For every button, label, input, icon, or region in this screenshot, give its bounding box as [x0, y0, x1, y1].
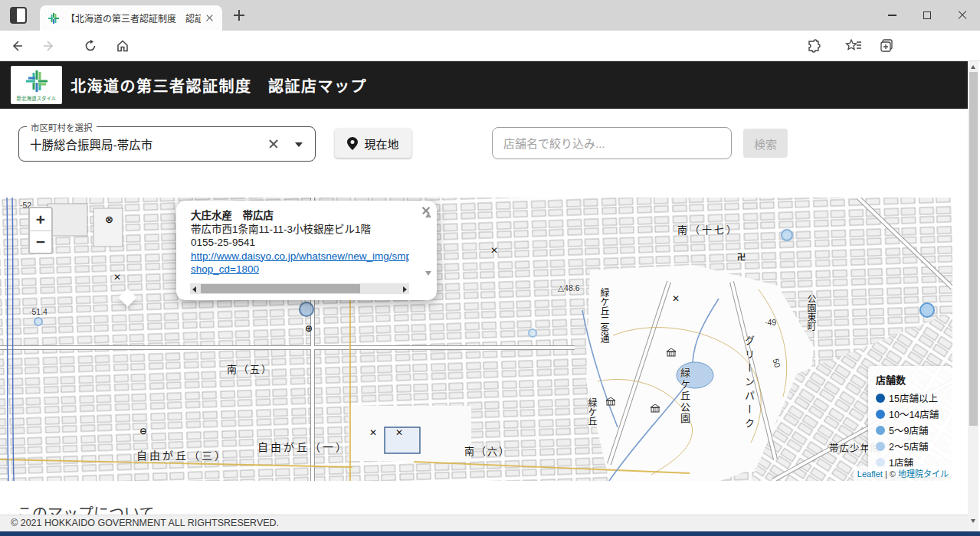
zoom-in-button[interactable]: + [30, 208, 51, 230]
forward-icon [40, 37, 58, 55]
popup-scroll-left-icon[interactable] [192, 286, 196, 293]
legend-item-label: 2〜5店舗 [889, 439, 928, 453]
legend-item: 2〜5店舗 [876, 438, 945, 454]
popup-horizontal-scrollbar[interactable] [190, 283, 409, 294]
shop-name: 大庄水産 帯広店 [191, 209, 409, 223]
maximize-icon[interactable] [910, 0, 945, 31]
elevation-label: ·49 [765, 318, 776, 327]
attribution-separator: | © [883, 469, 898, 479]
new-tab-icon[interactable] [232, 8, 246, 22]
shop-map[interactable]: 南（五）南（六）南（十七）自由が丘（三）自由が丘（一）帯広少年院公園東町グリーン… [0, 198, 952, 481]
page-footer: © 2021 HOKKAIDO GOVERNMENT ALL RIGHTSRES… [0, 515, 968, 531]
municipality-select-label: 市区町村を選択 [27, 121, 97, 133]
copyright-text: © 2021 HOKKAIDO GOVERNMENT ALL RIGHTSRES… [11, 515, 968, 531]
municipality-select[interactable]: 市区町村を選択 十勝総合振興局-帯広市 [18, 126, 316, 162]
minimize-icon[interactable] [874, 0, 910, 31]
navigation-bar: https://www5.newhokkaido-style.info/thir… [0, 31, 980, 61]
scrollbar-thumb[interactable] [969, 72, 978, 426]
map-symbol: ✕ [672, 293, 680, 304]
browser-window: 【北海道の第三者認証制度 認証 https://www5.newhokkaido… [0, 0, 980, 536]
gsi-tiles-link[interactable]: 地理院タイル [898, 469, 949, 479]
clear-selection-icon[interactable] [267, 138, 280, 150]
current-location-label: 現在地 [364, 136, 398, 152]
window-bottom-edge [0, 531, 980, 536]
legend-color-dot [876, 426, 885, 435]
leaflet-link[interactable]: Leaflet [857, 469, 883, 479]
map-attribution: Leaflet | © 地理院タイル [854, 466, 952, 481]
legend-item-label: 10〜14店舗 [889, 407, 939, 421]
map-label: 南（六） [464, 443, 510, 458]
title-bar: 【北海道の第三者認証制度 認証 [0, 0, 980, 31]
search-button[interactable]: 検索 [743, 129, 788, 158]
refresh-icon[interactable] [81, 37, 100, 55]
map-label: 公園東町 [805, 294, 818, 331]
elevation-label: 50 [772, 358, 783, 368]
shop-name-filter-input[interactable] [492, 127, 732, 159]
search-button-label: 検索 [754, 136, 777, 152]
map-symbol: 卍 [737, 250, 746, 263]
shop-address: 帯広市西1条南11-11-3小枝銀座ビル1階 [191, 223, 409, 237]
page-scrollbar[interactable] [968, 61, 978, 531]
logo-pinwheel-icon [25, 69, 49, 93]
popup-scroll-down-icon[interactable] [425, 271, 431, 276]
map-symbol: ⊗ [105, 214, 113, 225]
favicon [48, 12, 60, 25]
collections-icon[interactable] [878, 37, 896, 55]
chevron-down-icon[interactable] [295, 142, 303, 147]
map-label: 緑ケ丘公園 [677, 368, 692, 425]
shop-link-line1[interactable]: http://www.daisyo.co.jp/whatsnew/new_img… [191, 250, 409, 262]
popup-scroll-up-icon[interactable] [425, 213, 431, 217]
municipality-select-value: 十勝総合振興局-帯広市 [30, 136, 152, 152]
legend-color-dot [876, 458, 885, 467]
scrollbar-up-icon[interactable] [971, 65, 975, 69]
back-icon[interactable] [8, 37, 26, 55]
map-label: 緑ケ丘 [585, 398, 598, 426]
map-legend-items: 15店舗以上10〜14店舗5〜9店舗2〜5店舗1店舗 [876, 390, 945, 470]
popup-scroll-right-icon[interactable] [403, 286, 407, 293]
map-symbol: ✕ [395, 427, 403, 438]
legend-item-label: 5〜9店舗 [889, 423, 928, 437]
tab-title: 【北海道の第三者認証制度 認証 [66, 11, 201, 25]
legend-item: 5〜9店舗 [876, 422, 945, 438]
map-label: 自由が丘（一） [257, 439, 349, 454]
tab-close-icon[interactable] [204, 12, 216, 25]
map-label: 緑ケ丘二条通 [598, 288, 611, 343]
map-label: 自由が丘（三） [136, 447, 228, 462]
map-symbol: ⊕ [305, 323, 313, 334]
extensions-puzzle-icon[interactable] [805, 37, 823, 55]
map-label: 南（十七） [677, 222, 739, 237]
legend-color-dot [876, 442, 885, 451]
site-header: 新北海道スタイル 北海道の第三者認証制度 認証店マップ [0, 61, 968, 109]
browser-tab[interactable]: 【北海道の第三者認証制度 認証 [40, 5, 222, 31]
shop-link-line2[interactable]: shop_cd=1800 [191, 263, 259, 275]
shop-phone: 0155-25-9541 [191, 236, 409, 250]
close-window-icon[interactable] [945, 0, 980, 31]
legend-item: 15店舗以上 [876, 390, 945, 406]
popup-content: 大庄水産 帯広店 帯広市西1条南11-11-3小枝銀座ビル1階 0155-25-… [191, 209, 409, 280]
favorites-bar-icon[interactable] [844, 37, 863, 55]
popup-scrollbar-thumb[interactable] [201, 284, 360, 293]
scrollbar-down-icon[interactable] [971, 519, 975, 523]
legend-title: 店舗数 [876, 372, 945, 387]
legend-item-label: 15店舗以上 [889, 391, 938, 405]
tab-layout-icon[interactable] [10, 7, 27, 24]
map-zoom-control: + − [28, 207, 53, 254]
map-symbol: ✕ [490, 245, 498, 256]
map-legend: 店舗数 15店舗以上10〜14店舗5〜9店舗2〜5店舗1店舗 [868, 366, 952, 477]
elevation-label: ·51.4 [29, 307, 48, 316]
shop-popup: 大庄水産 帯広店 帯広市西1条南11-11-3小枝銀座ビル1階 0155-25-… [176, 201, 437, 300]
home-icon[interactable] [113, 37, 132, 55]
search-toolbar: 市区町村を選択 十勝総合振興局-帯広市 現在地 検索 [0, 109, 968, 198]
map-label: 南（五） [227, 361, 273, 376]
logo-text: 新北海道スタイル [17, 94, 57, 102]
location-pin-icon [347, 137, 358, 150]
legend-item: 10〜14店舗 [876, 406, 945, 422]
map-symbol: ✕ [113, 272, 121, 283]
map-label: グリーンパーク [742, 335, 756, 432]
legend-color-dot [876, 394, 885, 403]
zoom-out-button[interactable]: − [30, 230, 51, 253]
map-symbol: ⊖ [139, 426, 147, 436]
legend-color-dot [876, 410, 885, 419]
site-logo: 新北海道スタイル [11, 66, 62, 104]
current-location-button[interactable]: 現在地 [335, 129, 411, 158]
